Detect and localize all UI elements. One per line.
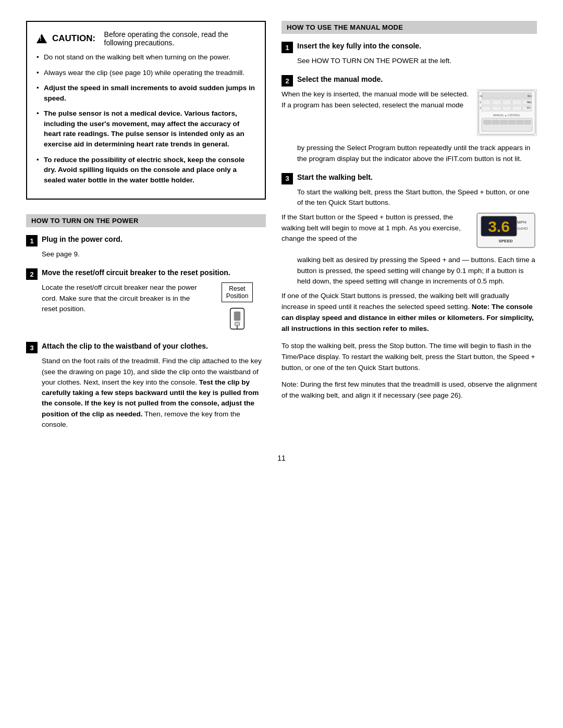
svg-text:2: 2 bbox=[480, 107, 481, 109]
svg-rect-28 bbox=[484, 120, 491, 125]
svg-rect-8 bbox=[512, 93, 522, 99]
caution-triangle-icon bbox=[36, 34, 47, 43]
speed-diagram-row: If the Start button or the Speed + butto… bbox=[282, 212, 537, 249]
manual-step-1-num: 1 bbox=[282, 42, 293, 53]
manual-step-2-text: When the key is inserted, the manual mod… bbox=[282, 89, 470, 138]
manual-step-3-body3: If one of the Quick Start buttons is pre… bbox=[282, 291, 537, 335]
manual-step-3-body4: To stop the walking belt, press the Stop… bbox=[282, 341, 537, 374]
svg-text:CH: CH bbox=[529, 95, 532, 97]
caution-bullet-5: To reduce the possibility of electric sh… bbox=[36, 155, 255, 186]
left-column: CAUTION: Before operating the console, r… bbox=[26, 21, 266, 438]
manual-step-3: 3 Start the walking belt. To start the w… bbox=[282, 172, 537, 402]
manual-step-3-body5: Note: During the first few minutes that … bbox=[282, 379, 537, 401]
svg-rect-2 bbox=[235, 323, 240, 326]
caution-bullet-1: Do not stand on the walking belt when tu… bbox=[36, 52, 255, 63]
step-3-title: Attach the clip to the waistband of your… bbox=[42, 341, 208, 351]
manual-step-1: 1 Insert the key fully into the console.… bbox=[282, 41, 537, 66]
right-column: HOW TO USE THE MANUAL MODE 1 Insert the … bbox=[282, 21, 537, 438]
manual-step-1-body: See HOW TO TURN ON THE POWER at the left… bbox=[297, 56, 537, 66]
manual-step-1-title: Insert the key fully into the console. bbox=[297, 41, 421, 51]
svg-text:Km/HO: Km/HO bbox=[516, 227, 528, 230]
svg-rect-11 bbox=[492, 100, 501, 105]
power-section-header: HOW TO TURN ON THE POWER bbox=[26, 214, 266, 227]
caution-box: CAUTION: Before operating the console, r… bbox=[26, 21, 266, 200]
manual-step-3-body2: walking belt as desired by pressing the … bbox=[297, 255, 537, 287]
caution-bullet-3: Adjust the speed in small increments to … bbox=[36, 83, 255, 103]
manual-step-3-body1: To start the walking belt, press the Sta… bbox=[297, 187, 537, 208]
manual-step-2: 2 Select the manual mode. When the key i… bbox=[282, 75, 537, 164]
power-step-3: 3 Attach the clip to the waistband of yo… bbox=[26, 341, 266, 430]
manual-step-3-title: Start the walking belt. bbox=[297, 172, 373, 182]
svg-text:ns: ns bbox=[480, 95, 483, 97]
svg-text:3.6: 3.6 bbox=[488, 218, 510, 235]
speed-diagram-text: If the Start button or the Speed + butto… bbox=[282, 212, 467, 249]
step-1-num: 1 bbox=[26, 235, 38, 246]
svg-text:MPH: MPH bbox=[517, 220, 527, 225]
svg-rect-30 bbox=[500, 120, 507, 125]
caution-title-text: CAUTION: bbox=[52, 33, 95, 44]
step-3-body: Stand on the foot rails of the treadmill… bbox=[42, 356, 266, 430]
svg-rect-17 bbox=[502, 106, 511, 112]
svg-rect-29 bbox=[492, 120, 499, 125]
svg-rect-15 bbox=[482, 106, 491, 112]
manual-step-3-num: 3 bbox=[282, 173, 293, 184]
manual-step-2-title: Select the manual mode. bbox=[297, 75, 383, 84]
step-2-body: Locate the reset/off circuit breaker nea… bbox=[42, 282, 201, 333]
reset-svg-icon bbox=[216, 304, 258, 333]
console-svg-icon: Di RU PO ns 1 2 MANUAL ▲ CONTROL bbox=[477, 89, 537, 136]
manual-step-2-body-cont: by pressing the Select Program button re… bbox=[297, 143, 537, 164]
svg-rect-13 bbox=[512, 100, 522, 105]
power-step-2: 2 Move the reset/off circuit breaker to … bbox=[26, 268, 266, 333]
power-step-1: 1 Plug in the power cord. See page 9. bbox=[26, 235, 266, 260]
power-section: HOW TO TURN ON THE POWER 1 Plug in the p… bbox=[26, 214, 266, 430]
caution-title: CAUTION: Before operating the console, r… bbox=[36, 30, 255, 47]
page-layout: CAUTION: Before operating the console, r… bbox=[26, 21, 537, 438]
svg-rect-12 bbox=[502, 100, 511, 105]
caution-bullet-2: Always wear the clip (see page 10) while… bbox=[36, 68, 255, 78]
caution-bullets: Do not stand on the walking belt when tu… bbox=[36, 52, 255, 185]
page-number: 11 bbox=[26, 454, 537, 462]
svg-text:MANUAL ▲ CONTROL: MANUAL ▲ CONTROL bbox=[493, 114, 520, 117]
svg-rect-16 bbox=[492, 106, 501, 112]
step-1-body: See page 9. bbox=[42, 249, 266, 260]
speed-display-box: 3.6 MPH Km/HO SPEED bbox=[474, 212, 537, 249]
step-2-content: Locate the reset/off circuit breaker nea… bbox=[42, 282, 266, 333]
svg-text:EX: EX bbox=[529, 102, 532, 104]
svg-rect-31 bbox=[508, 120, 516, 125]
svg-rect-10 bbox=[482, 100, 491, 105]
speed-display-svg: 3.6 MPH Km/HO SPEED bbox=[476, 212, 536, 249]
svg-rect-33 bbox=[524, 120, 531, 125]
reset-label: ResetPosition bbox=[222, 282, 253, 302]
step-2-num: 2 bbox=[26, 268, 38, 280]
svg-rect-5 bbox=[482, 93, 491, 99]
manual-section: HOW TO USE THE MANUAL MODE 1 Insert the … bbox=[282, 21, 537, 401]
step-3-num: 3 bbox=[26, 342, 38, 353]
step-1-title: Plug in the power cord. bbox=[42, 235, 123, 244]
svg-rect-18 bbox=[512, 106, 522, 112]
console-diagram: Di RU PO ns 1 2 MANUAL ▲ CONTROL bbox=[477, 89, 537, 138]
manual-step-2-num: 2 bbox=[282, 75, 293, 87]
step-2-title: Move the reset/off circuit breaker to th… bbox=[42, 268, 230, 278]
manual-step-2-content: When the key is inserted, the manual mod… bbox=[282, 89, 537, 138]
svg-text:1: 1 bbox=[480, 102, 481, 104]
svg-rect-1 bbox=[234, 312, 240, 321]
svg-text:SPEED: SPEED bbox=[498, 239, 512, 243]
svg-rect-7 bbox=[502, 93, 511, 99]
svg-rect-6 bbox=[492, 93, 501, 99]
svg-rect-32 bbox=[517, 120, 524, 125]
svg-text:PO: PO bbox=[527, 107, 531, 109]
manual-section-header: HOW TO USE THE MANUAL MODE bbox=[282, 21, 537, 34]
reset-diagram: ResetPosition bbox=[209, 282, 266, 333]
caution-bullet-4: The pulse sensor is not a medical device… bbox=[36, 108, 255, 149]
